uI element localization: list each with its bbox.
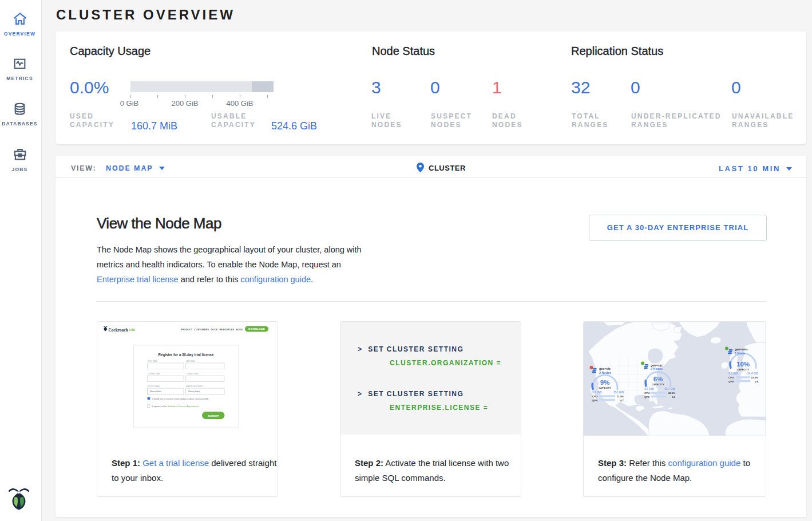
svg-text:LAST NAME: LAST NAME — [186, 360, 195, 362]
svg-text:QPS: QPS — [728, 380, 734, 383]
svg-text:REASON FOR INTEREST: REASON FOR INTEREST — [186, 385, 203, 388]
svg-text:CAPACITY: CAPACITY — [652, 383, 664, 386]
svg-text:CPU: CPU — [592, 395, 597, 398]
svg-text:geo=nyc: geo=nyc — [651, 364, 663, 367]
svg-text:11.0%: 11.0% — [617, 395, 624, 398]
svg-text:351 GiB: 351 GiB — [613, 391, 624, 394]
svg-text:Register for a 30-day trial li: Register for a 30-day trial license — [159, 353, 214, 357]
svg-text:I agree to the Software Licens: I agree to the Software License Agreemen… — [152, 405, 199, 408]
svg-text:I would like to receive email: I would like to receive email updates ab… — [152, 397, 209, 400]
svg-text:4.7: 4.7 — [620, 399, 624, 402]
svg-text:10%: 10% — [736, 361, 750, 368]
svg-text:PROJECT PHASE: PROJECT PHASE — [148, 385, 160, 388]
svg-text:QPS: QPS — [644, 396, 649, 398]
svg-text:geo=ams: geo=ams — [735, 348, 748, 351]
svg-text:QPS: QPS — [592, 399, 597, 402]
svg-text:3.2 GiB: 3.2 GiB — [592, 391, 602, 394]
svg-text:CAPACITY: CAPACITY — [737, 368, 750, 371]
svg-text:43.7 GiB: 43.7 GiB — [664, 388, 676, 390]
svg-text:0.4: 0.4 — [755, 380, 759, 383]
svg-text:3.7 GiB: 3.7 GiB — [644, 388, 654, 390]
svg-text:9%: 9% — [600, 379, 610, 386]
svg-text:CPU: CPU — [728, 376, 734, 379]
svg-text:Please Select: Please Select — [188, 390, 200, 393]
svg-text:6%: 6% — [653, 376, 663, 382]
svg-text:Cockroach: Cockroach — [109, 327, 128, 333]
svg-text:Please Select: Please Select — [150, 390, 162, 393]
svg-text:FIRST NAME: FIRST NAME — [148, 360, 157, 362]
svg-text:COMPANY NAME: COMPANY NAME — [148, 373, 160, 375]
svg-text:1 Node: 1 Node — [735, 352, 745, 355]
svg-text:0.0: 0.0 — [672, 396, 676, 398]
svg-text:COMPANY EMAIL: COMPANY EMAIL — [186, 373, 199, 375]
svg-text:CPU: CPU — [644, 392, 649, 394]
svg-text:SUBMIT: SUBMIT — [208, 415, 220, 417]
svg-text:LABS: LABS — [129, 328, 136, 331]
svg-text:2 Nodes: 2 Nodes — [599, 371, 611, 374]
svg-text:34.4 GiB: 34.4 GiB — [747, 372, 759, 375]
svg-text:geo=sfo: geo=sfo — [599, 367, 611, 370]
svg-text:CAPACITY: CAPACITY — [599, 386, 611, 389]
svg-text:DOWNLOAD: DOWNLOAD — [248, 327, 265, 330]
svg-text:PRODUCT CUSTOMERS DOCS R: PRODUCT CUSTOMERS DOCS RESOURCES BLOG — [181, 328, 243, 331]
svg-text:42.5%: 42.5% — [668, 392, 676, 394]
svg-text:53.3%: 53.3% — [751, 376, 759, 379]
svg-text:3.6 GiB: 3.6 GiB — [728, 372, 738, 375]
svg-text:2 Nodes: 2 Nodes — [651, 367, 663, 370]
